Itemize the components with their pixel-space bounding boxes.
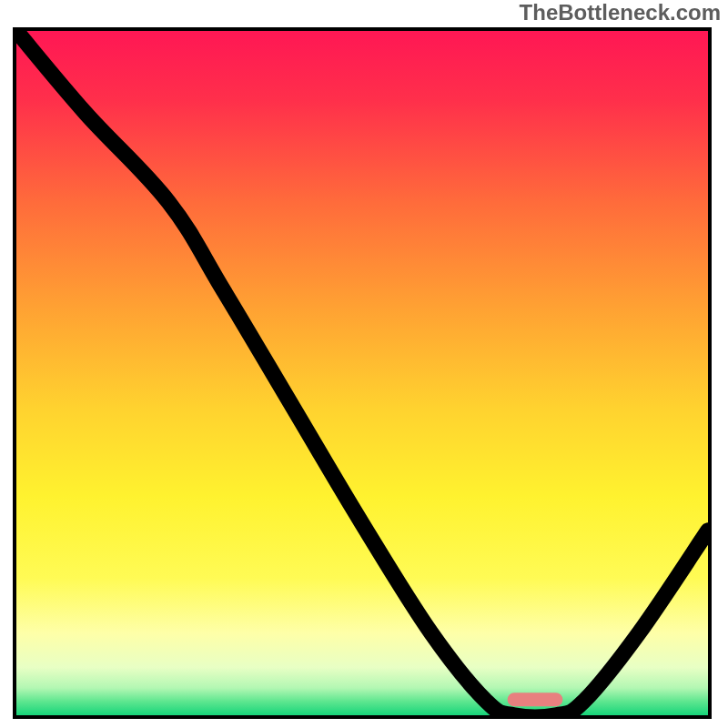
optimal-range-marker xyxy=(508,693,563,706)
plot-area xyxy=(13,27,712,719)
bottleneck-chart-svg xyxy=(16,31,708,715)
severity-gradient-background xyxy=(16,31,708,715)
chart-frame: TheBottleneck.com xyxy=(0,0,728,728)
watermark-text: TheBottleneck.com xyxy=(520,0,721,25)
